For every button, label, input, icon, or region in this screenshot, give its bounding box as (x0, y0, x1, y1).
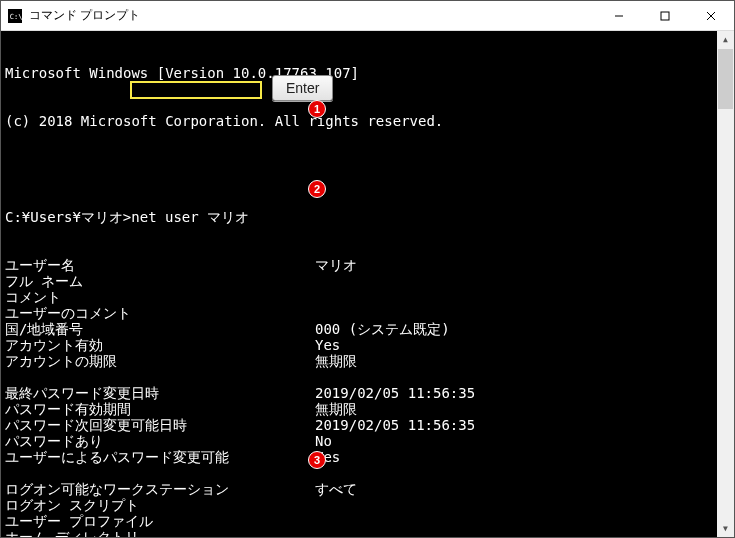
blank-line (5, 161, 713, 177)
close-button[interactable] (688, 1, 734, 31)
maximize-button[interactable] (642, 1, 688, 31)
prompt-line: C:¥Users¥マリオ>net user マリオ (5, 209, 713, 225)
window-titlebar: C:\ コマンド プロンプト (1, 1, 734, 31)
output-row: ホーム ディレクトリ (5, 529, 713, 537)
minimize-icon (614, 11, 624, 21)
cmd-icon: C:\ (7, 8, 23, 24)
output-row: 国/地域番号000 (システム既定) (5, 321, 713, 337)
scroll-up-arrow[interactable]: ▲ (717, 31, 734, 48)
output-row: パスワード有効期間無期限 (5, 401, 713, 417)
output-label: パスワードあり (5, 433, 315, 449)
output-row: コメント (5, 289, 713, 305)
window-title: コマンド プロンプト (29, 7, 596, 24)
enter-key-annotation: Enter (272, 75, 333, 101)
output-row: 最終パスワード変更日時2019/02/05 11:56:35 (5, 385, 713, 401)
vertical-scrollbar[interactable]: ▲ ▼ (717, 31, 734, 537)
output-label: フル ネーム (5, 273, 315, 289)
output-label: ユーザー名 (5, 257, 315, 273)
output-label: コメント (5, 289, 315, 305)
svg-rect-3 (661, 12, 669, 20)
output-row: ログオン可能なワークステーションすべて (5, 481, 713, 497)
maximize-icon (660, 11, 670, 21)
output-value: すべて (315, 481, 357, 497)
output-row: ユーザーのコメント (5, 305, 713, 321)
scroll-thumb[interactable] (718, 49, 733, 109)
output-label: 国/地域番号 (5, 321, 315, 337)
annotation-badge-1: 1 (308, 100, 326, 118)
output-label: 最終パスワード変更日時 (5, 385, 315, 401)
output-row: ユーザー名マリオ (5, 257, 713, 273)
annotation-badge-3: 3 (308, 451, 326, 469)
output-value: 無期限 (315, 353, 357, 369)
output-label: パスワード有効期間 (5, 401, 315, 417)
output-row: アカウント有効Yes (5, 337, 713, 353)
output-value: マリオ (315, 257, 357, 273)
output-label: アカウント有効 (5, 337, 315, 353)
svg-text:C:\: C:\ (10, 12, 22, 20)
output-label: ログオン スクリプト (5, 497, 315, 513)
output-row: フル ネーム (5, 273, 713, 289)
output-row: アカウントの期限無期限 (5, 353, 713, 369)
close-icon (706, 11, 716, 21)
annotation-badge-2: 2 (308, 180, 326, 198)
output-row: ユーザー プロファイル (5, 513, 713, 529)
minimize-button[interactable] (596, 1, 642, 31)
output-value: No (315, 433, 332, 449)
output-label: ユーザーによるパスワード変更可能 (5, 449, 315, 465)
console-output[interactable]: Microsoft Windows [Version 10.0.17763.10… (1, 31, 717, 537)
version-line: Microsoft Windows [Version 10.0.17763.10… (5, 65, 713, 81)
output-value: 無期限 (315, 401, 357, 417)
output-value: 2019/02/05 11:56:35 (315, 417, 475, 433)
output-row: パスワード次回変更可能日時2019/02/05 11:56:35 (5, 417, 713, 433)
output-value: 2019/02/05 11:56:35 (315, 385, 475, 401)
output-row: ログオン スクリプト (5, 497, 713, 513)
scroll-down-arrow[interactable]: ▼ (717, 520, 734, 537)
output-value: 000 (システム既定) (315, 321, 450, 337)
window-controls (596, 1, 734, 31)
output-row (5, 465, 713, 481)
output-row: パスワードありNo (5, 433, 713, 449)
output-row: ユーザーによるパスワード変更可能Yes (5, 449, 713, 465)
output-label: ユーザー プロファイル (5, 513, 315, 529)
output-row (5, 369, 713, 385)
output-label: パスワード次回変更可能日時 (5, 417, 315, 433)
output-label: アカウントの期限 (5, 353, 315, 369)
output-label: ホーム ディレクトリ (5, 529, 315, 537)
output-label: ユーザーのコメント (5, 305, 315, 321)
output-value: Yes (315, 337, 340, 353)
prompt-path: C:¥Users¥マリオ> (5, 209, 131, 225)
copyright-line: (c) 2018 Microsoft Corporation. All righ… (5, 113, 713, 129)
output-label: ログオン可能なワークステーション (5, 481, 315, 497)
typed-command: net user マリオ (131, 209, 249, 225)
